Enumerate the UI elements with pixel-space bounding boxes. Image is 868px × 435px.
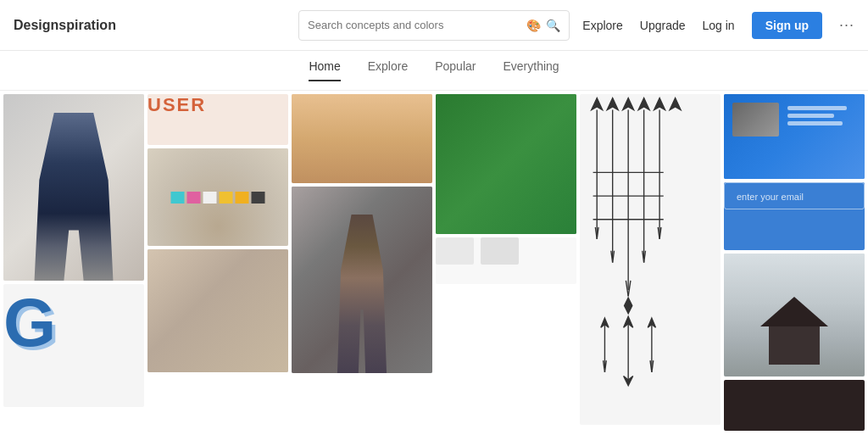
house-illustration bbox=[760, 297, 828, 365]
palette-icon[interactable]: 🎨 bbox=[526, 19, 541, 32]
list-item[interactable] bbox=[147, 148, 288, 246]
swatch-white bbox=[203, 192, 217, 204]
nav-upgrade[interactable]: Upgrade bbox=[640, 19, 686, 32]
g-letter-display: G bbox=[3, 285, 56, 360]
signup-button[interactable]: Sign up bbox=[752, 12, 822, 39]
card-mini-image bbox=[732, 103, 779, 137]
list-item[interactable]: USER bbox=[147, 94, 288, 145]
z-letter-bottom: H bbox=[436, 155, 576, 184]
tab-popular[interactable]: Popular bbox=[435, 59, 476, 81]
sub-nav: Home Explore Popular Everything bbox=[0, 51, 868, 91]
swatch-dark bbox=[252, 192, 265, 204]
list-item[interactable] bbox=[3, 94, 144, 281]
search-input[interactable] bbox=[308, 19, 511, 31]
svg-marker-3 bbox=[638, 98, 649, 110]
list-item[interactable]: Z H bbox=[436, 94, 576, 234]
color-swatches bbox=[171, 192, 265, 204]
tab-everything[interactable]: Everything bbox=[503, 59, 559, 81]
list-item[interactable] bbox=[580, 94, 721, 425]
list-item[interactable]: G bbox=[3, 284, 144, 407]
swatch-cyan bbox=[171, 192, 185, 204]
tab-explore[interactable]: Explore bbox=[368, 59, 408, 81]
z-letter-display: Z bbox=[436, 94, 576, 155]
list-item[interactable] bbox=[292, 187, 432, 373]
list-item[interactable] bbox=[436, 237, 576, 284]
list-item[interactable] bbox=[292, 94, 432, 183]
list-item[interactable] bbox=[724, 94, 865, 179]
email-box: enter your email bbox=[724, 182, 865, 209]
logo: Designspiration bbox=[14, 18, 116, 33]
arrows-illustration bbox=[580, 94, 693, 392]
more-button[interactable]: ··· bbox=[839, 16, 854, 34]
header: Designspiration 🎨 🔍 Explore Upgrade Log … bbox=[0, 0, 868, 51]
svg-marker-2 bbox=[623, 98, 634, 110]
swatch-pink bbox=[187, 192, 201, 204]
tab-home[interactable]: Home bbox=[309, 59, 340, 81]
user-text-display: USER bbox=[147, 94, 206, 115]
list-item[interactable]: enter your email bbox=[724, 182, 865, 250]
header-nav: Explore Upgrade Log in Sign up ··· bbox=[582, 12, 854, 39]
svg-marker-4 bbox=[654, 98, 665, 110]
login-button[interactable]: Log in bbox=[703, 19, 735, 32]
list-item[interactable] bbox=[724, 380, 865, 431]
list-item[interactable] bbox=[724, 254, 865, 376]
search-icon[interactable]: 🔍 bbox=[546, 19, 560, 32]
card-mini-text bbox=[787, 103, 847, 125]
swatch-yellow2 bbox=[236, 192, 249, 204]
swatch-yellow1 bbox=[220, 192, 233, 204]
svg-marker-0 bbox=[592, 98, 603, 110]
masonry-grid: G USER Z bbox=[0, 91, 868, 435]
svg-marker-1 bbox=[607, 98, 618, 110]
search-bar[interactable]: 🎨 🔍 bbox=[298, 10, 570, 41]
email-placeholder-text: enter your email bbox=[737, 192, 804, 202]
list-item[interactable] bbox=[147, 249, 288, 372]
svg-marker-5 bbox=[670, 98, 681, 110]
svg-marker-15 bbox=[625, 298, 632, 313]
search-bar-icons: 🎨 🔍 bbox=[526, 19, 560, 32]
nav-explore[interactable]: Explore bbox=[582, 19, 622, 32]
